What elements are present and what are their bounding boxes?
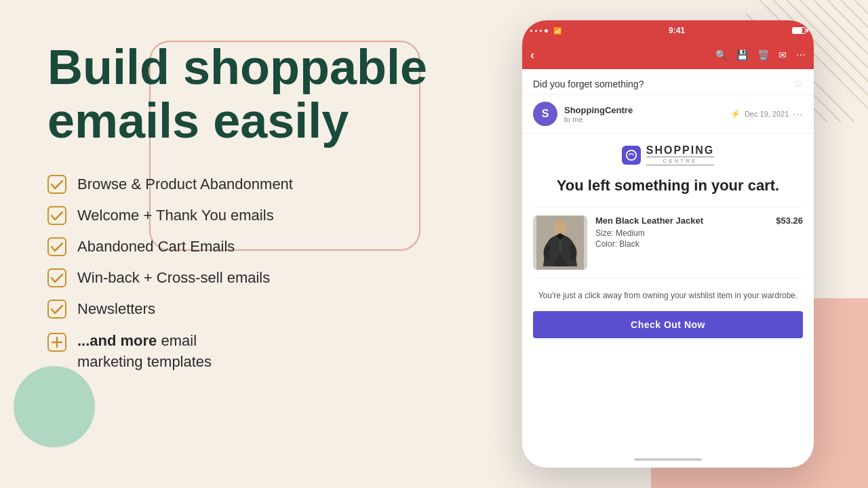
check-icon-2: [47, 206, 66, 225]
brand-logo-row: SHOPPING CENTRE: [533, 144, 803, 165]
bg-green-circle: [14, 366, 95, 447]
status-dot-1: [530, 30, 532, 32]
feature-welcome: Welcome + Thank You emails: [47, 206, 468, 225]
more-dots[interactable]: ···: [793, 108, 803, 119]
email-subject-row: Did you forget something? ☆: [522, 69, 814, 95]
battery-icon: [792, 27, 806, 34]
feature-winback-text: Win-back + Cross-sell emails: [77, 269, 270, 287]
email-subject: Did you forget something?: [533, 79, 644, 89]
sender-to: to me: [564, 115, 724, 123]
status-dot-4: [545, 29, 548, 33]
status-time: 9:41: [669, 26, 685, 35]
email-body-text: You're just a click away from owning you…: [533, 289, 803, 302]
save-icon[interactable]: 💾: [736, 49, 748, 60]
feature-newsletters: Newsletters: [47, 300, 468, 319]
feature-browse: Browse & Product Abandonment: [47, 175, 468, 194]
brand-subtitle: CENTRE: [646, 157, 714, 165]
brand-name: SHOPPING: [646, 144, 714, 157]
email-headline: You left something in your cart.: [533, 176, 803, 196]
feature-browse-text: Browse & Product Abandonment: [77, 176, 293, 193]
product-image: [533, 216, 587, 270]
status-dot-3: [540, 30, 542, 32]
check-icon-4: [47, 268, 66, 287]
sender-avatar: S: [533, 102, 557, 126]
feature-newsletters-text: Newsletters: [77, 300, 155, 318]
status-right: [792, 27, 806, 34]
feature-abandoned-text: Abandoned Cart Emails: [77, 238, 235, 256]
status-left: 📶: [530, 27, 561, 35]
svg-point-22: [553, 220, 567, 235]
search-icon[interactable]: 🔍: [715, 49, 727, 60]
more-icon[interactable]: ⋯: [796, 49, 806, 60]
check-icon-5: [47, 300, 66, 319]
phone-mockup: 📶 9:41 ‹ 🔍 💾 🗑️ ✉ ⋯ Did you forget somet…: [522, 20, 814, 468]
home-indicator: [634, 458, 702, 461]
product-size: Size: Medium: [595, 228, 768, 238]
lightning-icon: ⚡: [730, 109, 741, 119]
feature-abandoned: Abandoned Cart Emails: [47, 237, 468, 256]
brand-text: SHOPPING CENTRE: [646, 144, 714, 165]
feature-more: ...and more emailmarketing templates: [47, 331, 468, 373]
product-color: Color: Black: [595, 239, 768, 249]
email-body: SHOPPING CENTRE You left something in yo…: [522, 134, 814, 349]
product-name: Men Black Leather Jacket: [595, 216, 768, 226]
wifi-icon: 📶: [553, 27, 561, 35]
feature-list: Browse & Product Abandonment Welcome + T…: [47, 175, 468, 373]
product-card: Men Black Leather Jacket Size: Medium Co…: [533, 207, 803, 279]
delete-icon[interactable]: 🗑️: [757, 49, 769, 60]
sender-row: S ShoppingCentre to me ⚡ Dec 19, 2021 ··…: [522, 95, 814, 134]
product-info: Men Black Leather Jacket Size: Medium Co…: [595, 216, 768, 270]
toolbar-icons: 🔍 💾 🗑️ ✉ ⋯: [715, 49, 806, 60]
sender-meta: ⚡ Dec 19, 2021 ···: [730, 108, 803, 119]
status-bar: 📶 9:41: [522, 20, 814, 41]
svg-line-5: [814, 0, 868, 54]
email-toolbar: ‹ 🔍 💾 🗑️ ✉ ⋯: [522, 41, 814, 69]
left-content: Build shoppable emails easily Browse & P…: [47, 41, 468, 373]
feature-winback: Win-back + Cross-sell emails: [47, 268, 468, 287]
status-dot-2: [535, 30, 537, 32]
svg-line-7: [841, 0, 868, 27]
feature-more-text: ...and more emailmarketing templates: [77, 331, 212, 373]
check-icon: [47, 175, 66, 194]
battery-fill: [793, 28, 802, 33]
sender-name: ShoppingCentre: [564, 105, 724, 115]
feature-more-bold: ...and more: [77, 332, 157, 349]
svg-point-20: [627, 150, 636, 159]
feature-welcome-text: Welcome + Thank You emails: [77, 207, 274, 224]
sender-info: ShoppingCentre to me: [564, 105, 724, 123]
main-title: Build shoppable emails easily: [47, 41, 468, 148]
check-icon-3: [47, 237, 66, 256]
checkout-button[interactable]: Check Out Now: [533, 311, 803, 338]
mail-icon[interactable]: ✉: [778, 49, 787, 60]
star-icon[interactable]: ☆: [793, 77, 803, 90]
brand-logo-icon: [622, 146, 641, 165]
back-button[interactable]: ‹: [530, 48, 534, 62]
plus-icon: [47, 333, 66, 352]
email-date: Dec 19, 2021: [745, 110, 789, 118]
product-price: $53.26: [776, 216, 803, 270]
svg-line-8: [854, 0, 868, 14]
